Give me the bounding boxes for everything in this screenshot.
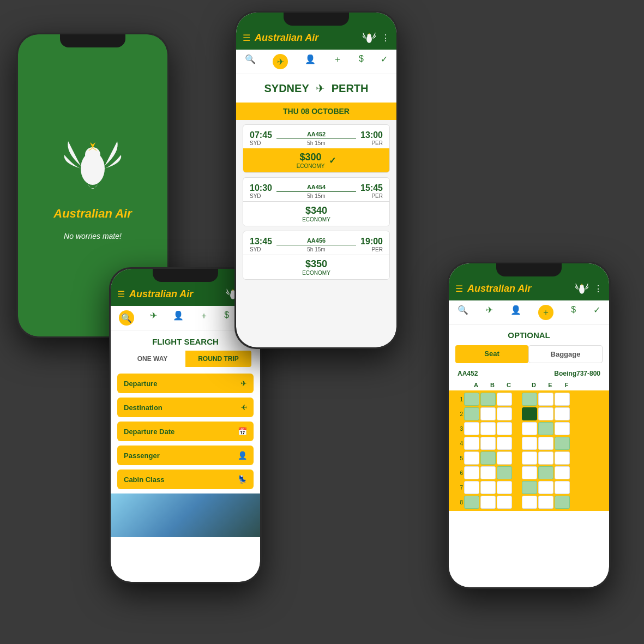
row-number-1: 1 bbox=[454, 396, 463, 402]
seat-3-D[interactable] bbox=[522, 422, 537, 435]
one-way-button[interactable]: ONE WAY bbox=[119, 351, 185, 367]
seat-6-F[interactable] bbox=[555, 466, 570, 479]
seat-3-B[interactable] bbox=[480, 422, 496, 435]
seat-4-A[interactable] bbox=[464, 437, 479, 450]
seat-7-B[interactable] bbox=[480, 481, 496, 494]
flight-card-1[interactable]: 07:45 SYD AA452 5h 15m 13:00 PER bbox=[243, 124, 390, 173]
seat-5-D[interactable] bbox=[522, 452, 537, 465]
seat-row-5: 5 bbox=[454, 452, 604, 465]
seat-2-B[interactable] bbox=[480, 407, 496, 420]
passenger-field[interactable]: Passenger 👤 bbox=[117, 446, 254, 465]
seat-2-E[interactable] bbox=[538, 407, 553, 420]
flight2-class: ECONOMY bbox=[302, 216, 330, 222]
seat-row-2: 2 bbox=[454, 407, 604, 420]
menu-icon[interactable]: ☰ bbox=[117, 289, 125, 299]
trip-type-toggle[interactable]: ONE WAY ROUND TRIP bbox=[119, 351, 251, 367]
seats-nav-check-icon[interactable]: ✓ bbox=[593, 305, 600, 320]
seat-2-F[interactable] bbox=[555, 407, 570, 420]
seat-6-D[interactable] bbox=[522, 466, 537, 479]
seat-5-F[interactable] bbox=[555, 452, 570, 465]
bird-logo-splash bbox=[60, 130, 125, 196]
nav-add-icon[interactable]: ＋ bbox=[200, 310, 208, 326]
seat-8-E[interactable] bbox=[538, 496, 553, 509]
nav-user-icon[interactable]: 👤 bbox=[173, 310, 184, 326]
seat-4-E[interactable] bbox=[538, 437, 553, 450]
results-nav-price-icon[interactable]: $ bbox=[359, 54, 364, 69]
seats-nav-price-icon[interactable]: $ bbox=[571, 305, 576, 320]
seat-7-F[interactable] bbox=[555, 481, 570, 494]
seat-4-C[interactable] bbox=[497, 437, 512, 450]
flight-card-2[interactable]: 10:30 SYD AA454 5h 15m 15:45 PER bbox=[243, 177, 390, 226]
seats-nav-add-icon[interactable]: ＋ bbox=[538, 305, 553, 320]
flight2-depart-time: 10:30 bbox=[250, 183, 272, 193]
seat-5-C[interactable] bbox=[497, 452, 512, 465]
seats-nav-flight-icon[interactable]: ✈ bbox=[486, 305, 493, 320]
results-nav-check-icon[interactable]: ✓ bbox=[381, 54, 388, 69]
seat-aircraft: Boeing737-800 bbox=[554, 370, 600, 377]
seat-row-6: 6 bbox=[454, 466, 604, 479]
flight2-price-bar[interactable]: $340 ECONOMY bbox=[243, 201, 389, 226]
seats-more-icon[interactable]: ⋮ bbox=[594, 284, 603, 294]
flight1-arrive-airport: PER bbox=[360, 140, 383, 146]
seat-tab-seat[interactable]: Seat bbox=[455, 345, 528, 363]
flight2-duration: 5h 15m bbox=[276, 193, 356, 199]
seat-tab-baggage[interactable]: Baggage bbox=[528, 345, 603, 363]
seat-7-A[interactable] bbox=[464, 481, 479, 494]
seat-3-A[interactable] bbox=[464, 422, 479, 435]
seat-5-E[interactable] bbox=[538, 452, 553, 465]
cabin-class-field[interactable]: Cabin Class 💺 bbox=[117, 470, 254, 489]
seat-5-A[interactable] bbox=[464, 452, 479, 465]
flight3-arrive-airport: PER bbox=[360, 246, 383, 252]
seat-8-B[interactable] bbox=[480, 496, 496, 509]
flight1-price-bar[interactable]: $300 ECONOMY ✓ bbox=[243, 148, 389, 172]
destination-field[interactable]: Destination ✈ bbox=[117, 398, 254, 417]
nav-price-icon[interactable]: $ bbox=[224, 310, 229, 326]
passenger-icon: 👤 bbox=[238, 451, 247, 460]
nav-flight-icon[interactable]: ✈ bbox=[150, 310, 157, 326]
seat-tabs: Seat Baggage bbox=[455, 345, 603, 363]
seats-menu-icon[interactable]: ☰ bbox=[455, 284, 463, 294]
seats-header-bird-icon bbox=[574, 281, 589, 296]
seat-4-B[interactable] bbox=[480, 437, 496, 450]
bottom-image bbox=[111, 493, 260, 537]
departure-date-field[interactable]: Departure Date 📅 bbox=[117, 422, 254, 441]
seat-1-F[interactable] bbox=[555, 393, 570, 406]
seat-8-D[interactable] bbox=[522, 496, 537, 509]
departure-field[interactable]: Departure ✈ bbox=[117, 374, 254, 393]
results-nav-search-icon[interactable]: 🔍 bbox=[245, 54, 256, 69]
seat-1-E[interactable] bbox=[538, 393, 553, 406]
search-form: Departure ✈ Destination ✈ Departure Date… bbox=[111, 374, 260, 489]
results-nav-user-icon[interactable]: 👤 bbox=[305, 54, 316, 69]
flight-card-3[interactable]: 13:45 SYD AA456 5h 15m 19:00 PER bbox=[243, 231, 390, 280]
seat-3-C[interactable] bbox=[497, 422, 512, 435]
flight3-depart-airport: SYD bbox=[250, 246, 272, 252]
seat-7-C[interactable] bbox=[497, 481, 512, 494]
seat-4-D[interactable] bbox=[522, 437, 537, 450]
seats-nav-user-icon[interactable]: 👤 bbox=[510, 305, 521, 320]
seat-7-E[interactable] bbox=[538, 481, 553, 494]
seat-row-7: 7 bbox=[454, 481, 604, 494]
seat-flight-code: AA452 bbox=[458, 370, 478, 377]
round-trip-button[interactable]: ROUND TRIP bbox=[185, 351, 251, 367]
seat-8-C[interactable] bbox=[497, 496, 512, 509]
seat-2-C[interactable] bbox=[497, 407, 512, 420]
row-number-2: 2 bbox=[454, 411, 463, 417]
results-menu-icon[interactable]: ☰ bbox=[243, 33, 250, 43]
flight3-price-bar[interactable]: $350 ECONOMY bbox=[243, 255, 389, 279]
destination-city: PERTH bbox=[332, 82, 369, 95]
seat-2-D bbox=[522, 407, 537, 420]
flight1-selected-icon: ✓ bbox=[329, 155, 336, 166]
flight-info-1: 07:45 SYD AA452 5h 15m 13:00 PER bbox=[243, 125, 389, 148]
seat-6-B[interactable] bbox=[480, 466, 496, 479]
seats-nav-search-icon[interactable]: 🔍 bbox=[458, 305, 468, 320]
seat-3-F[interactable] bbox=[555, 422, 570, 435]
seat-6-A[interactable] bbox=[464, 466, 479, 479]
row-number-7: 7 bbox=[454, 485, 463, 491]
seat-7-D bbox=[522, 481, 537, 494]
nav-search-icon[interactable]: 🔍 bbox=[119, 310, 134, 326]
results-nav-add-icon[interactable]: ＋ bbox=[333, 54, 342, 69]
results-more-icon[interactable]: ⋮ bbox=[381, 33, 390, 43]
seat-1-C[interactable] bbox=[497, 393, 512, 406]
results-nav-flight-icon[interactable]: ✈ bbox=[273, 54, 288, 69]
flight2-price: $340 bbox=[305, 205, 327, 216]
